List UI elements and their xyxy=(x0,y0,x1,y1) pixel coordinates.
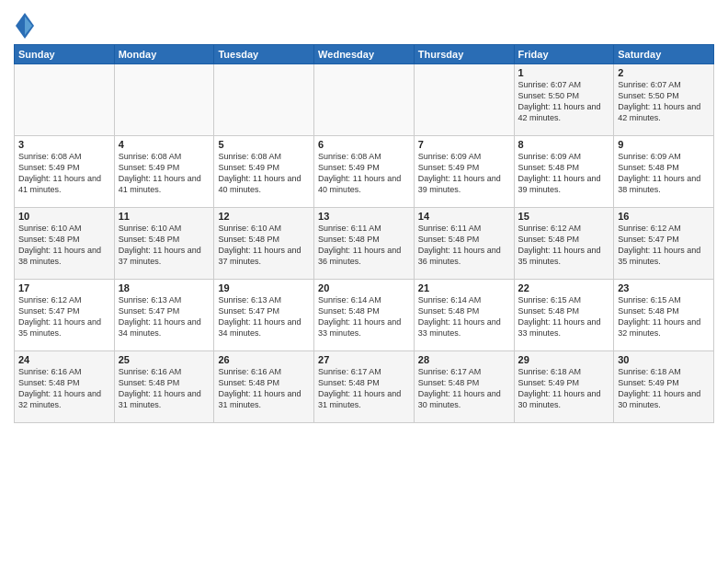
weekday-header-friday: Friday xyxy=(514,45,614,64)
calendar-cell: 20Sunrise: 6:14 AM Sunset: 5:48 PM Dayli… xyxy=(314,280,415,351)
calendar-cell: 18Sunrise: 6:13 AM Sunset: 5:47 PM Dayli… xyxy=(114,280,214,351)
cell-info: Sunrise: 6:10 AM Sunset: 5:48 PM Dayligh… xyxy=(18,223,110,268)
day-number: 8 xyxy=(518,139,610,150)
weekday-header-saturday: Saturday xyxy=(614,45,714,64)
calendar-cell: 23Sunrise: 6:15 AM Sunset: 5:48 PM Dayli… xyxy=(614,280,714,351)
day-number: 2 xyxy=(618,67,710,78)
calendar-cell: 3Sunrise: 6:08 AM Sunset: 5:49 PM Daylig… xyxy=(15,136,115,208)
cell-info: Sunrise: 6:07 AM Sunset: 5:50 PM Dayligh… xyxy=(518,79,610,124)
calendar-cell: 19Sunrise: 6:13 AM Sunset: 5:47 PM Dayli… xyxy=(214,280,314,351)
weekday-header-sunday: Sunday xyxy=(15,45,115,64)
day-number: 5 xyxy=(218,139,310,150)
calendar-cell: 1Sunrise: 6:07 AM Sunset: 5:50 PM Daylig… xyxy=(514,64,614,136)
cell-info: Sunrise: 6:16 AM Sunset: 5:48 PM Dayligh… xyxy=(119,366,210,411)
calendar-cell: 29Sunrise: 6:18 AM Sunset: 5:49 PM Dayli… xyxy=(514,351,614,423)
cell-info: Sunrise: 6:10 AM Sunset: 5:48 PM Dayligh… xyxy=(218,223,310,268)
day-number: 22 xyxy=(518,282,610,293)
calendar-cell xyxy=(214,64,314,136)
calendar-cell: 8Sunrise: 6:09 AM Sunset: 5:48 PM Daylig… xyxy=(514,136,614,208)
cell-info: Sunrise: 6:15 AM Sunset: 5:48 PM Dayligh… xyxy=(618,294,710,339)
calendar-cell: 12Sunrise: 6:10 AM Sunset: 5:48 PM Dayli… xyxy=(214,208,314,280)
day-number: 17 xyxy=(18,282,110,293)
calendar-cell: 7Sunrise: 6:09 AM Sunset: 5:49 PM Daylig… xyxy=(414,136,514,208)
week-row-5: 24Sunrise: 6:16 AM Sunset: 5:48 PM Dayli… xyxy=(15,351,714,423)
calendar-cell: 11Sunrise: 6:10 AM Sunset: 5:48 PM Dayli… xyxy=(114,208,214,280)
day-number: 10 xyxy=(18,211,110,222)
cell-info: Sunrise: 6:13 AM Sunset: 5:47 PM Dayligh… xyxy=(218,294,310,339)
calendar-table: SundayMondayTuesdayWednesdayThursdayFrid… xyxy=(14,44,714,423)
day-number: 7 xyxy=(418,139,510,150)
day-number: 26 xyxy=(218,354,310,365)
cell-info: Sunrise: 6:09 AM Sunset: 5:48 PM Dayligh… xyxy=(618,151,710,196)
calendar-cell: 14Sunrise: 6:11 AM Sunset: 5:48 PM Dayli… xyxy=(414,208,514,280)
day-number: 9 xyxy=(618,139,710,150)
week-row-1: 1Sunrise: 6:07 AM Sunset: 5:50 PM Daylig… xyxy=(15,64,714,136)
day-number: 13 xyxy=(318,211,410,222)
cell-info: Sunrise: 6:12 AM Sunset: 5:48 PM Dayligh… xyxy=(518,223,610,268)
page: SundayMondayTuesdayWednesdayThursdayFrid… xyxy=(0,0,728,563)
calendar-cell: 2Sunrise: 6:07 AM Sunset: 5:50 PM Daylig… xyxy=(614,64,714,136)
weekday-header-monday: Monday xyxy=(114,45,214,64)
cell-info: Sunrise: 6:15 AM Sunset: 5:48 PM Dayligh… xyxy=(518,294,610,339)
logo xyxy=(14,13,38,39)
header xyxy=(14,9,714,39)
day-number: 6 xyxy=(318,139,410,150)
calendar-cell: 5Sunrise: 6:08 AM Sunset: 5:49 PM Daylig… xyxy=(214,136,314,208)
calendar-cell: 6Sunrise: 6:08 AM Sunset: 5:49 PM Daylig… xyxy=(314,136,415,208)
calendar-cell: 9Sunrise: 6:09 AM Sunset: 5:48 PM Daylig… xyxy=(614,136,714,208)
day-number: 21 xyxy=(418,282,510,293)
calendar-cell xyxy=(15,64,115,136)
day-number: 3 xyxy=(18,139,110,150)
cell-info: Sunrise: 6:17 AM Sunset: 5:48 PM Dayligh… xyxy=(418,366,510,411)
calendar-cell: 10Sunrise: 6:10 AM Sunset: 5:48 PM Dayli… xyxy=(15,208,115,280)
calendar-cell: 15Sunrise: 6:12 AM Sunset: 5:48 PM Dayli… xyxy=(514,208,614,280)
cell-info: Sunrise: 6:16 AM Sunset: 5:48 PM Dayligh… xyxy=(218,366,310,411)
calendar-cell: 24Sunrise: 6:16 AM Sunset: 5:48 PM Dayli… xyxy=(15,351,115,423)
day-number: 27 xyxy=(318,354,410,365)
day-number: 18 xyxy=(119,282,210,293)
day-number: 15 xyxy=(518,211,610,222)
cell-info: Sunrise: 6:09 AM Sunset: 5:48 PM Dayligh… xyxy=(518,151,610,196)
cell-info: Sunrise: 6:08 AM Sunset: 5:49 PM Dayligh… xyxy=(18,151,110,196)
calendar-cell: 22Sunrise: 6:15 AM Sunset: 5:48 PM Dayli… xyxy=(514,280,614,351)
cell-info: Sunrise: 6:12 AM Sunset: 5:47 PM Dayligh… xyxy=(618,223,710,268)
cell-info: Sunrise: 6:10 AM Sunset: 5:48 PM Dayligh… xyxy=(119,223,210,268)
day-number: 11 xyxy=(119,211,210,222)
calendar-cell: 13Sunrise: 6:11 AM Sunset: 5:48 PM Dayli… xyxy=(314,208,415,280)
day-number: 16 xyxy=(618,211,710,222)
day-number: 1 xyxy=(518,67,610,78)
cell-info: Sunrise: 6:07 AM Sunset: 5:50 PM Dayligh… xyxy=(618,79,710,124)
day-number: 4 xyxy=(119,139,210,150)
cell-info: Sunrise: 6:11 AM Sunset: 5:48 PM Dayligh… xyxy=(318,223,410,268)
day-number: 25 xyxy=(119,354,210,365)
cell-info: Sunrise: 6:13 AM Sunset: 5:47 PM Dayligh… xyxy=(119,294,210,339)
calendar-cell xyxy=(114,64,214,136)
calendar-cell xyxy=(314,64,415,136)
day-number: 29 xyxy=(518,354,610,365)
logo-icon xyxy=(16,13,34,39)
weekday-header-wednesday: Wednesday xyxy=(314,45,415,64)
cell-info: Sunrise: 6:08 AM Sunset: 5:49 PM Dayligh… xyxy=(119,151,210,196)
day-number: 23 xyxy=(618,282,710,293)
calendar-cell: 28Sunrise: 6:17 AM Sunset: 5:48 PM Dayli… xyxy=(414,351,514,423)
cell-info: Sunrise: 6:11 AM Sunset: 5:48 PM Dayligh… xyxy=(418,223,510,268)
weekday-header-thursday: Thursday xyxy=(414,45,514,64)
cell-info: Sunrise: 6:16 AM Sunset: 5:48 PM Dayligh… xyxy=(18,366,110,411)
day-number: 19 xyxy=(218,282,310,293)
calendar-cell: 25Sunrise: 6:16 AM Sunset: 5:48 PM Dayli… xyxy=(114,351,214,423)
cell-info: Sunrise: 6:14 AM Sunset: 5:48 PM Dayligh… xyxy=(418,294,510,339)
calendar-cell: 4Sunrise: 6:08 AM Sunset: 5:49 PM Daylig… xyxy=(114,136,214,208)
week-row-2: 3Sunrise: 6:08 AM Sunset: 5:49 PM Daylig… xyxy=(15,136,714,208)
cell-info: Sunrise: 6:08 AM Sunset: 5:49 PM Dayligh… xyxy=(318,151,410,196)
day-number: 12 xyxy=(218,211,310,222)
calendar-cell: 21Sunrise: 6:14 AM Sunset: 5:48 PM Dayli… xyxy=(414,280,514,351)
weekday-header-tuesday: Tuesday xyxy=(214,45,314,64)
day-number: 14 xyxy=(418,211,510,222)
weekday-header-row: SundayMondayTuesdayWednesdayThursdayFrid… xyxy=(15,45,714,64)
calendar-cell: 26Sunrise: 6:16 AM Sunset: 5:48 PM Dayli… xyxy=(214,351,314,423)
cell-info: Sunrise: 6:18 AM Sunset: 5:49 PM Dayligh… xyxy=(618,366,710,411)
calendar-cell: 30Sunrise: 6:18 AM Sunset: 5:49 PM Dayli… xyxy=(614,351,714,423)
calendar-cell: 17Sunrise: 6:12 AM Sunset: 5:47 PM Dayli… xyxy=(15,280,115,351)
week-row-4: 17Sunrise: 6:12 AM Sunset: 5:47 PM Dayli… xyxy=(15,280,714,351)
cell-info: Sunrise: 6:18 AM Sunset: 5:49 PM Dayligh… xyxy=(518,366,610,411)
